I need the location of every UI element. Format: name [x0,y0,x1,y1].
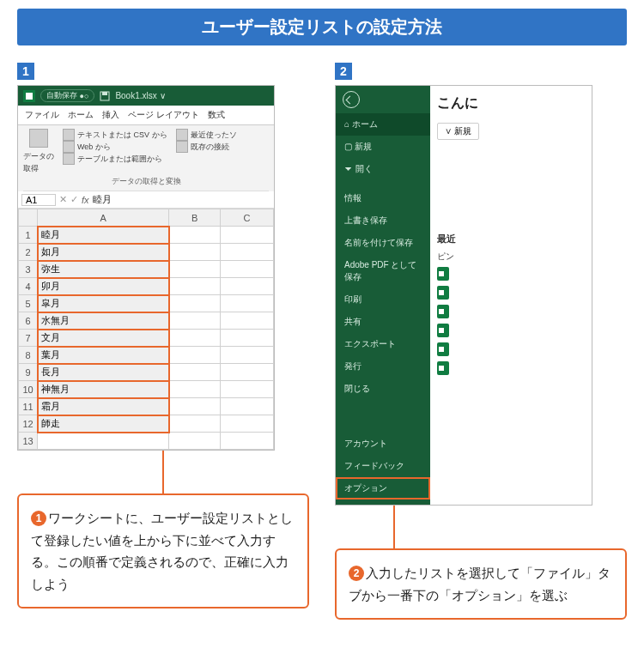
cell[interactable] [221,244,274,261]
cell[interactable]: 神無月 [38,381,169,398]
sidebar-item-pdf[interactable]: Adobe PDF として保存 [336,254,430,288]
autosave-toggle[interactable]: 自動保存 ●○ [40,89,94,102]
tab-formula[interactable]: 数式 [208,109,225,121]
sidebar-item-options[interactable]: オプション [336,477,430,499]
sidebar-item-new[interactable]: ▢ 新規 [336,136,430,158]
cell[interactable] [169,347,221,364]
cell[interactable]: 睦月 [38,227,169,244]
cell[interactable] [221,312,274,330]
tab-home[interactable]: ホーム [68,109,94,121]
sidebar-item-home[interactable]: ⌂ ホーム [336,113,430,136]
from-web-button[interactable]: Web から [63,141,167,153]
tab-file[interactable]: ファイル [25,109,59,121]
sidebar-item-account[interactable]: アカウント [336,433,430,455]
cell[interactable] [221,227,274,244]
select-all-corner[interactable] [19,209,38,227]
row-header[interactable]: 12 [19,415,38,433]
cell[interactable] [221,364,274,381]
sidebar-item-close[interactable]: 閉じる [336,378,430,400]
cell[interactable] [169,330,221,347]
row-header[interactable]: 13 [19,433,38,450]
cell[interactable] [169,415,221,433]
cell[interactable] [169,278,221,295]
fx-cancel-icon[interactable]: ✕ [59,194,67,205]
existing-conn-button[interactable]: 既存の接続 [176,141,237,153]
cell[interactable] [169,433,221,450]
from-table-button[interactable]: テーブルまたは範囲から [63,153,167,165]
recent-file-item[interactable] [437,264,585,283]
recent-file-item[interactable] [437,359,585,378]
cell[interactable] [169,381,221,398]
cell[interactable] [169,244,221,261]
sidebar-item-open[interactable]: ⏷ 開く [336,158,430,180]
cell[interactable] [38,433,169,450]
row-header[interactable]: 4 [19,278,38,295]
formula-value[interactable]: 睦月 [93,193,112,206]
cell[interactable] [221,381,274,398]
document-name[interactable]: Book1.xlsx ∨ [115,91,165,100]
sidebar-item-export[interactable]: エクスポート [336,333,430,355]
cell[interactable] [169,261,221,278]
cell[interactable] [169,364,221,381]
row-header[interactable]: 5 [19,295,38,312]
cell[interactable] [169,398,221,415]
row-header[interactable]: 11 [19,398,38,415]
cell[interactable]: 霜月 [38,398,169,415]
cell[interactable] [221,347,274,364]
col-header-a[interactable]: A [38,209,169,227]
cell[interactable]: 弥生 [38,261,169,278]
row-header[interactable]: 9 [19,364,38,381]
row-header[interactable]: 3 [19,261,38,278]
sidebar-item-feedback[interactable]: フィードバック [336,455,430,477]
cell[interactable] [221,278,274,295]
cell[interactable]: 水無月 [38,312,169,330]
cell[interactable] [221,261,274,278]
recent-file-item[interactable] [437,283,585,302]
fx-icon[interactable]: fx [82,195,89,205]
new-dropdown[interactable]: ∨ 新規 [437,123,479,140]
get-data-button[interactable]: データの 取得 [23,129,54,174]
fx-confirm-icon[interactable]: ✓ [70,194,78,205]
from-text-csv-button[interactable]: テキストまたは CSV から [63,129,167,141]
cell[interactable] [169,312,221,330]
back-arrow-icon[interactable] [343,91,360,108]
row-header[interactable]: 8 [19,347,38,364]
row-header[interactable]: 7 [19,330,38,347]
cell[interactable] [221,330,274,347]
cell[interactable] [221,295,274,312]
worksheet-grid[interactable]: A B C 1睦月2如月3弥生4卯月5皐月6水無月7文月8葉月9長月10神無月1… [18,209,274,450]
recent-file-item[interactable] [437,302,585,321]
row-header[interactable]: 10 [19,381,38,398]
sidebar-item-print[interactable]: 印刷 [336,288,430,311]
row-header[interactable]: 2 [19,244,38,261]
row-header[interactable]: 6 [19,312,38,330]
cell[interactable]: 皐月 [38,295,169,312]
cell[interactable] [169,295,221,312]
col-header-c[interactable]: C [221,209,274,227]
sidebar-item-publish[interactable]: 発行 [336,355,430,378]
cell[interactable]: 文月 [38,330,169,347]
name-box[interactable]: A1 [21,194,56,206]
col-header-b[interactable]: B [169,209,221,227]
cell[interactable] [169,227,221,244]
cell[interactable]: 長月 [38,364,169,381]
recent-file-item[interactable] [437,340,585,359]
cell[interactable]: 卯月 [38,278,169,295]
recent-sources-button[interactable]: 最近使ったソ [176,129,237,141]
tab-layout[interactable]: ページ レイアウト [128,109,199,121]
cell[interactable] [221,415,274,433]
tab-insert[interactable]: 挿入 [102,109,119,121]
sidebar-item-saveas[interactable]: 名前を付けて保存 [336,232,430,254]
recent-file-item[interactable] [437,321,585,340]
excel-file-icon [437,267,449,281]
cell[interactable]: 師走 [38,415,169,433]
row-header[interactable]: 1 [19,227,38,244]
cell[interactable]: 葉月 [38,347,169,364]
sidebar-item-save[interactable]: 上書き保存 [336,209,430,232]
cell[interactable] [221,433,274,450]
save-icon[interactable] [100,91,110,101]
sidebar-item-share[interactable]: 共有 [336,311,430,333]
cell[interactable]: 如月 [38,244,169,261]
sidebar-item-info[interactable]: 情報 [336,187,430,209]
cell[interactable] [221,398,274,415]
